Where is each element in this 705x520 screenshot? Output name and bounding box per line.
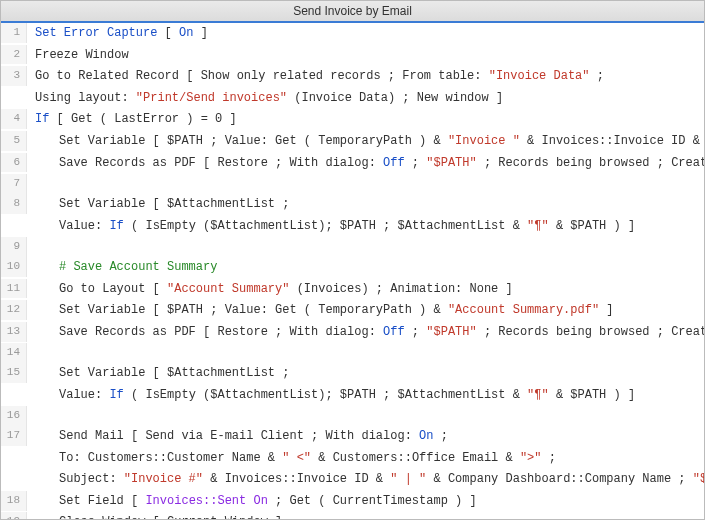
line-number: 3 (1, 66, 27, 86)
line-number: 19 (1, 512, 27, 519)
line-number: 17 (1, 426, 27, 446)
line-number: 13 (1, 322, 27, 342)
script-line[interactable]: 6 Save Records as PDF [ Restore ; With d… (1, 153, 704, 175)
line-number: 7 (1, 174, 27, 194)
line-number: 6 (1, 153, 27, 173)
script-line[interactable]: 17 Send Mail [ Send via E-mail Client ; … (1, 426, 704, 448)
script-line-continuation[interactable]: To: Customers::Customer Name & " <" & Cu… (1, 448, 704, 470)
line-number: 14 (1, 343, 27, 363)
script-line[interactable]: 10 # Save Account Summary (1, 257, 704, 279)
script-line[interactable]: 4 If [ Get ( LastError ) = 0 ] (1, 109, 704, 131)
window-title: Send Invoice by Email (1, 1, 704, 23)
script-line[interactable]: 8 Set Variable [ $AttachmentList ; (1, 194, 704, 216)
script-line[interactable]: 16 (1, 406, 704, 426)
script-line-continuation[interactable]: Value: If ( IsEmpty ($AttachmentList); $… (1, 385, 704, 407)
line-number: 9 (1, 237, 27, 257)
script-line[interactable]: 12 Set Variable [ $PATH ; Value: Get ( T… (1, 300, 704, 322)
script-line[interactable]: 1 Set Error Capture [ On ] (1, 23, 704, 45)
script-line[interactable]: 7 (1, 174, 704, 194)
script-line[interactable]: 2 Freeze Window (1, 45, 704, 67)
script-line[interactable]: 15 Set Variable [ $AttachmentList ; (1, 363, 704, 385)
script-line[interactable]: 18 Set Field [ Invoices::Sent On ; Get (… (1, 491, 704, 513)
script-line-continuation[interactable]: Subject: "Invoice #" & Invoices::Invoice… (1, 469, 704, 491)
line-number: 12 (1, 300, 27, 320)
script-line[interactable]: 11 Go to Layout [ "Account Summary" (Inv… (1, 279, 704, 301)
script-line[interactable]: 13 Save Records as PDF [ Restore ; With … (1, 322, 704, 344)
line-number: 11 (1, 279, 27, 299)
line-number: 18 (1, 491, 27, 511)
script-line-continuation[interactable]: Value: If ( IsEmpty ($AttachmentList); $… (1, 216, 704, 238)
script-line[interactable]: 14 (1, 343, 704, 363)
line-number: 8 (1, 194, 27, 214)
line-number: 16 (1, 406, 27, 426)
script-line[interactable]: 19 Close Window [ Current Window ] (1, 512, 704, 519)
script-line[interactable]: 9 (1, 237, 704, 257)
line-number: 4 (1, 109, 27, 129)
script-line-continuation[interactable]: Using layout: "Print/Send invoices" (Inv… (1, 88, 704, 110)
line-number: 5 (1, 131, 27, 151)
line-number: 1 (1, 23, 27, 43)
script-line[interactable]: 5 Set Variable [ $PATH ; Value: Get ( Te… (1, 131, 704, 153)
script-editor: 1 Set Error Capture [ On ] 2 Freeze Wind… (1, 23, 704, 519)
script-line[interactable]: 3 Go to Related Record [ Show only relat… (1, 66, 704, 88)
line-number: 10 (1, 257, 27, 277)
line-number: 2 (1, 45, 27, 65)
line-number: 15 (1, 363, 27, 383)
